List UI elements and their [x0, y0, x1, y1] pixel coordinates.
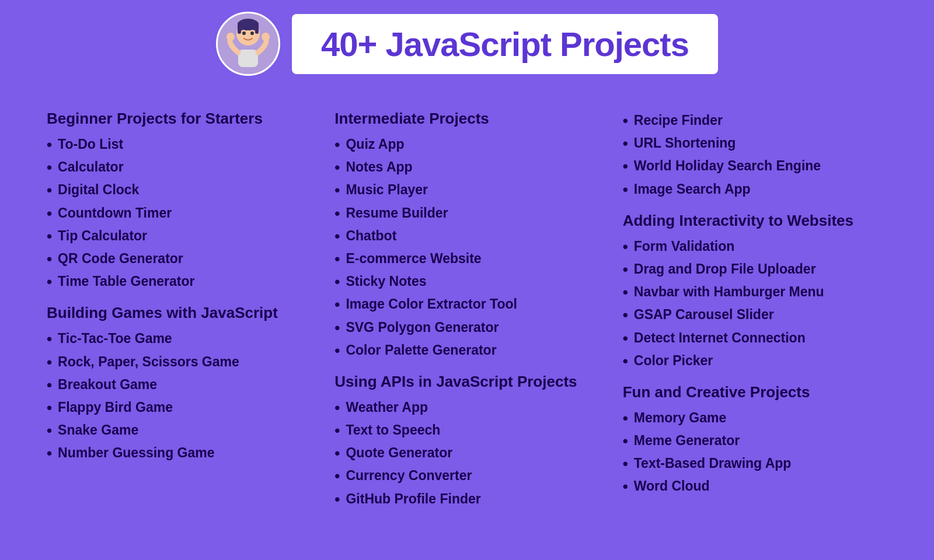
svg-point-5 [250, 32, 254, 35]
list-item: To-Do List [47, 134, 311, 156]
list-item: QR Code Generator [47, 248, 311, 271]
list-item: Calculator [47, 156, 311, 179]
items-list-0-1: Tic-Tac-Toe GameRock, Paper, Scissors Ga… [47, 328, 311, 465]
list-item-label: Navbar with Hamburger Menu [634, 284, 824, 301]
list-item: Text to Speech [334, 419, 599, 442]
list-item: Quiz App [334, 134, 599, 156]
list-item: E-commerce Website [334, 248, 599, 271]
list-item-label: Currency Converter [346, 467, 472, 485]
list-item-label: Weather App [346, 399, 428, 416]
list-item: Weather App [334, 397, 599, 419]
list-item-label: To-Do List [58, 136, 123, 153]
list-item: Digital Clock [47, 179, 311, 202]
list-item: GitHub Profile Finder [334, 488, 599, 511]
page-header: 40+ JavaScript Projects [0, 0, 934, 93]
list-item: Chatbot [334, 225, 599, 248]
list-item-label: Flappy Bird Game [58, 399, 173, 416]
list-item-label: Color Picker [634, 352, 713, 370]
list-item-label: Resume Builder [346, 205, 448, 222]
section-title-1-0: Intermediate Projects [334, 110, 599, 128]
items-list-2-1: Form ValidationDrag and Drop File Upload… [623, 236, 887, 373]
list-item: Currency Converter [334, 465, 599, 488]
list-item: Memory Game [623, 407, 887, 430]
list-item: Number Guessing Game [47, 442, 311, 465]
list-item-label: Meme Generator [634, 432, 740, 450]
list-item: Detect Internet Connection [623, 327, 887, 350]
list-item-label: Quiz App [346, 136, 404, 153]
items-list-1-1: Weather AppText to SpeechQuote Generator… [334, 397, 599, 511]
list-item: Word Cloud [623, 475, 887, 498]
list-item: Tip Calculator [47, 225, 311, 248]
list-item-label: Memory Game [634, 410, 727, 427]
list-item: Form Validation [623, 236, 887, 258]
list-item: Navbar with Hamburger Menu [623, 281, 887, 304]
items-list-0-0: To-Do ListCalculatorDigital ClockCountdo… [47, 134, 311, 293]
main-content: Beginner Projects for StartersTo-Do List… [0, 93, 934, 531]
list-item: Color Picker [623, 350, 887, 373]
list-item: Rock, Paper, Scissors Game [47, 351, 311, 374]
list-item: Tic-Tac-Toe Game [47, 328, 311, 351]
list-item-label: Number Guessing Game [58, 444, 214, 462]
list-item: Text-Based Drawing App [623, 453, 887, 475]
section-title-2-1: Adding Interactivity to Websites [623, 212, 887, 230]
list-item-label: GitHub Profile Finder [346, 491, 480, 508]
list-item-label: Image Search App [634, 181, 751, 198]
list-item: Time Table Generator [47, 271, 311, 293]
list-item-label: Detect Internet Connection [634, 330, 806, 347]
list-item-label: Snake Game [58, 422, 138, 439]
column-0: Beginner Projects for StartersTo-Do List… [35, 99, 323, 513]
list-item-label: Drag and Drop File Uploader [634, 261, 816, 278]
list-item: Snake Game [47, 419, 311, 442]
list-item-label: Digital Clock [58, 181, 139, 199]
list-item-label: Music Player [346, 181, 428, 199]
list-item: Color Palette Generator [334, 340, 599, 362]
list-item-label: Word Cloud [634, 478, 710, 495]
list-item-label: Tip Calculator [58, 228, 147, 245]
section-title-2-2: Fun and Creative Projects [623, 383, 887, 401]
svg-rect-3 [255, 22, 259, 34]
list-item: Resume Builder [334, 202, 599, 225]
items-list-2-0: Recipe FinderURL ShorteningWorld Holiday… [623, 110, 887, 201]
list-item-label: Recipe Finder [634, 112, 723, 130]
list-item-label: Sticky Notes [346, 273, 426, 290]
list-item-label: Time Table Generator [58, 273, 194, 290]
list-item-label: E-commerce Website [346, 250, 481, 268]
svg-point-4 [242, 32, 246, 35]
column-2: Recipe FinderURL ShorteningWorld Holiday… [611, 99, 899, 513]
list-item: Countdown Timer [47, 202, 311, 225]
list-item-label: Rock, Paper, Scissors Game [58, 354, 239, 371]
list-item-label: Text-Based Drawing App [634, 455, 792, 473]
list-item-label: Image Color Extractor Tool [346, 296, 517, 313]
list-item-label: Text to Speech [346, 422, 440, 439]
items-list-1-0: Quiz AppNotes AppMusic PlayerResume Buil… [334, 134, 599, 362]
section-title-1-1: Using APIs in JavaScript Projects [334, 373, 599, 391]
list-item: GSAP Carousel Slider [623, 304, 887, 327]
list-item-label: SVG Polygon Generator [346, 319, 499, 337]
list-item-label: Quote Generator [346, 444, 452, 462]
list-item-label: GSAP Carousel Slider [634, 306, 774, 324]
list-item: URL Shortening [623, 132, 887, 155]
list-item-label: Tic-Tac-Toe Game [58, 330, 172, 348]
column-1: Intermediate ProjectsQuiz AppNotes AppMu… [323, 99, 611, 513]
list-item-label: World Holiday Search Engine [634, 158, 821, 175]
list-item: Breakout Game [47, 374, 311, 397]
list-item-label: URL Shortening [634, 135, 736, 152]
list-item: Drag and Drop File Uploader [623, 258, 887, 281]
list-item-label: Notes App [346, 159, 412, 176]
list-item: Music Player [334, 179, 599, 202]
svg-rect-2 [238, 22, 241, 34]
list-item-label: QR Code Generator [58, 250, 183, 268]
list-item-label: Form Validation [634, 238, 735, 256]
list-item-label: Countdown Timer [58, 205, 172, 222]
title-box: 40+ JavaScript Projects [292, 14, 718, 74]
list-item: Meme Generator [623, 430, 887, 453]
list-item: World Holiday Search Engine [623, 155, 887, 178]
items-list-2-2: Memory GameMeme GeneratorText-Based Draw… [623, 407, 887, 499]
list-item: SVG Polygon Generator [334, 317, 599, 340]
avatar [216, 12, 280, 76]
list-item-label: Color Palette Generator [346, 342, 496, 359]
svg-point-8 [262, 33, 270, 41]
list-item: Image Search App [623, 178, 887, 201]
svg-rect-6 [238, 50, 258, 67]
list-item: Image Color Extractor Tool [334, 293, 599, 316]
